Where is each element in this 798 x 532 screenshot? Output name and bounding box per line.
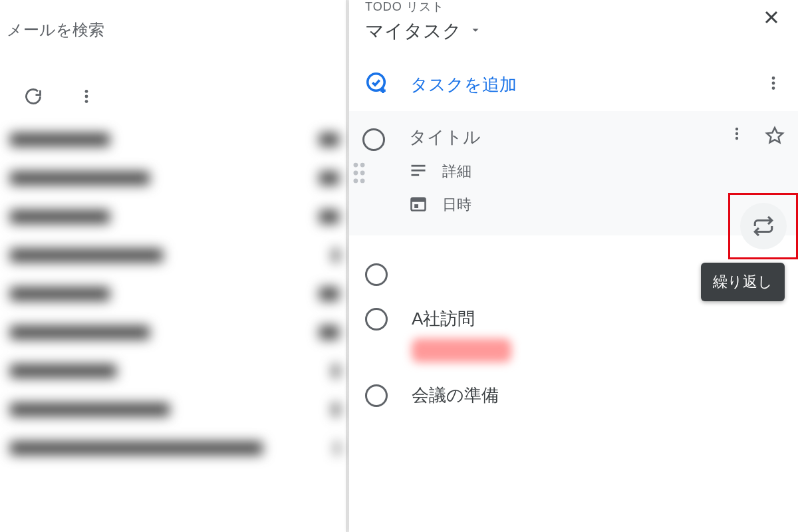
svg-point-20 bbox=[735, 132, 738, 135]
svg-rect-14 bbox=[412, 170, 426, 172]
task-complete-toggle[interactable] bbox=[365, 384, 388, 407]
mail-panel: メールを検索 bbox=[0, 0, 349, 532]
tasks-panel: TODO リスト マイタスク タスクを追加 タイトル bbox=[349, 0, 798, 532]
svg-point-0 bbox=[85, 90, 88, 93]
task-complete-toggle[interactable] bbox=[365, 263, 388, 286]
svg-point-11 bbox=[354, 179, 358, 184]
svg-rect-18 bbox=[414, 204, 418, 208]
search-bar[interactable]: メールを検索 bbox=[0, 0, 349, 60]
drag-handle-icon[interactable] bbox=[352, 162, 366, 187]
repeat-button[interactable] bbox=[740, 203, 787, 249]
chevron-down-icon bbox=[468, 23, 483, 40]
svg-point-7 bbox=[354, 163, 358, 168]
svg-point-12 bbox=[360, 179, 365, 184]
task-more-icon[interactable] bbox=[729, 126, 745, 144]
svg-point-6 bbox=[772, 86, 775, 90]
svg-rect-15 bbox=[412, 174, 420, 176]
task-row[interactable]: A社訪問 bbox=[349, 297, 798, 341]
svg-point-8 bbox=[360, 163, 365, 168]
task-title: A社訪問 bbox=[412, 307, 475, 331]
svg-point-10 bbox=[360, 171, 365, 176]
list-name: マイタスク bbox=[365, 19, 462, 44]
tasks-subtitle: TODO リスト bbox=[365, 0, 782, 15]
svg-point-2 bbox=[85, 100, 88, 103]
svg-point-3 bbox=[368, 74, 385, 91]
tasks-header: TODO リスト マイタスク bbox=[349, 0, 798, 44]
search-placeholder: メールを検索 bbox=[7, 19, 104, 41]
add-task-icon bbox=[365, 71, 389, 98]
task-datetime-label: 日時 bbox=[442, 195, 471, 215]
svg-point-19 bbox=[735, 128, 738, 130]
svg-point-4 bbox=[772, 76, 775, 80]
add-task-row[interactable]: タスクを追加 bbox=[349, 55, 798, 111]
add-task-label: タスクを追加 bbox=[410, 73, 517, 96]
svg-point-21 bbox=[735, 137, 738, 140]
list-selector[interactable]: マイタスク bbox=[365, 19, 782, 44]
more-icon[interactable] bbox=[73, 83, 100, 110]
svg-point-1 bbox=[85, 95, 88, 98]
task-complete-toggle[interactable] bbox=[365, 308, 388, 331]
svg-point-5 bbox=[772, 82, 775, 85]
task-details-row[interactable]: 詳細 bbox=[409, 161, 729, 182]
tasks-menu-icon[interactable] bbox=[765, 74, 782, 94]
task-title-input[interactable]: タイトル bbox=[409, 126, 729, 149]
task-complete-toggle[interactable] bbox=[362, 128, 385, 151]
mail-list-blurred bbox=[0, 120, 349, 468]
task-datetime-row[interactable]: 日時 bbox=[409, 194, 729, 215]
close-button[interactable] bbox=[761, 7, 782, 31]
task-details-label: 詳細 bbox=[442, 162, 471, 182]
star-icon[interactable] bbox=[765, 126, 785, 148]
task-row[interactable]: 会議の準備 bbox=[349, 373, 798, 418]
svg-rect-13 bbox=[412, 165, 426, 167]
task-title: 会議の準備 bbox=[412, 384, 499, 407]
mail-toolbar bbox=[0, 73, 349, 120]
svg-point-9 bbox=[354, 171, 358, 176]
refresh-icon[interactable] bbox=[20, 83, 47, 110]
calendar-icon bbox=[409, 194, 428, 215]
svg-rect-17 bbox=[412, 198, 426, 202]
task-sub-blurred bbox=[412, 338, 511, 362]
repeat-tooltip: 繰り返し bbox=[701, 263, 785, 301]
notes-icon bbox=[409, 161, 428, 182]
repeat-highlight bbox=[728, 193, 798, 259]
